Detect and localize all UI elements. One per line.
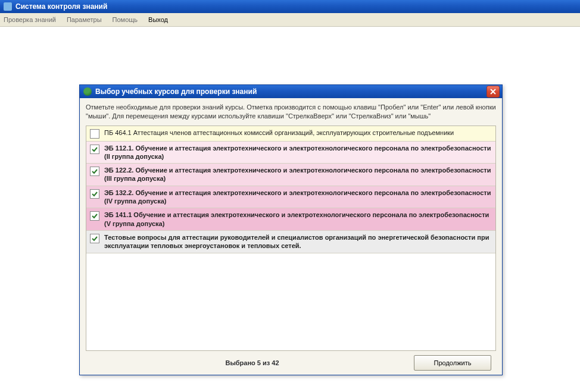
course-row[interactable]: ПБ 464.1 Аттестация членов аттестационны… (86, 126, 495, 142)
dialog-titlebar: Выбор учебных курсов для проверки знаний (80, 85, 502, 98)
app-icon (4, 2, 12, 11)
course-checkbox[interactable] (90, 211, 99, 221)
selection-count: Выбрано 5 из 42 (91, 359, 414, 366)
course-label: ЭБ 112.1. Обучение и аттестация электрот… (104, 144, 492, 161)
close-button[interactable] (487, 86, 500, 98)
course-checkbox[interactable] (90, 189, 99, 199)
dialog-title: Выбор учебных курсов для проверки знаний (95, 87, 257, 96)
menu-exit[interactable]: Выход (148, 16, 168, 23)
check-icon (92, 146, 98, 152)
dialog-footer: Выбрано 5 из 42 Продолжить (80, 351, 502, 375)
course-label: ЭБ 141.1 Обучение и аттестация электроте… (104, 211, 492, 228)
course-label: ЭБ 122.2. Обучение и аттестация электрот… (104, 166, 492, 183)
main-window-titlebar: Система контроля знаний (0, 0, 580, 13)
course-checkbox[interactable] (90, 167, 99, 176)
check-icon (92, 191, 98, 197)
continue-button[interactable]: Продолжить (414, 355, 491, 371)
course-row[interactable]: ЭБ 141.1 Обучение и аттестация электроте… (86, 208, 495, 231)
menu-check-knowledge[interactable]: Проверка знаний (4, 16, 56, 23)
course-row[interactable]: ЭБ 122.2. Обучение и аттестация электрот… (86, 164, 495, 186)
course-label: ЭБ 132.2. Обучение и аттестация электрот… (104, 189, 492, 206)
course-label: Тестовые вопросы для аттестации руководи… (104, 233, 492, 250)
check-icon (92, 168, 98, 174)
course-list: ПБ 464.1 Аттестация членов аттестационны… (86, 126, 496, 352)
course-row[interactable]: ЭБ 132.2. Обучение и аттестация электрот… (86, 186, 495, 209)
course-checkbox[interactable] (90, 129, 99, 139)
menu-help[interactable]: Помощь (113, 16, 138, 23)
workspace: Выбор учебных курсов для проверки знаний… (0, 27, 580, 392)
main-window-title: Система контроля знаний (15, 2, 107, 11)
menu-parameters[interactable]: Параметры (67, 16, 102, 23)
course-checkbox[interactable] (90, 145, 99, 154)
dialog-icon (83, 87, 92, 96)
course-checkbox[interactable] (90, 234, 99, 243)
check-icon (92, 236, 98, 242)
check-icon (92, 213, 98, 219)
course-label: ПБ 464.1 Аттестация членов аттестационны… (104, 128, 454, 137)
menubar: Проверка знаний Параметры Помощь Выход (0, 13, 580, 27)
continue-button-label: Продолжить (434, 359, 472, 366)
dialog-instructions: Отметьте необходимые для проверки знаний… (80, 98, 502, 126)
course-row[interactable]: ЭБ 112.1. Обучение и аттестация электрот… (86, 142, 495, 164)
course-row[interactable]: Тестовые вопросы для аттестации руководи… (86, 231, 495, 253)
course-selection-dialog: Выбор учебных курсов для проверки знаний… (79, 84, 503, 375)
close-icon (490, 89, 496, 95)
